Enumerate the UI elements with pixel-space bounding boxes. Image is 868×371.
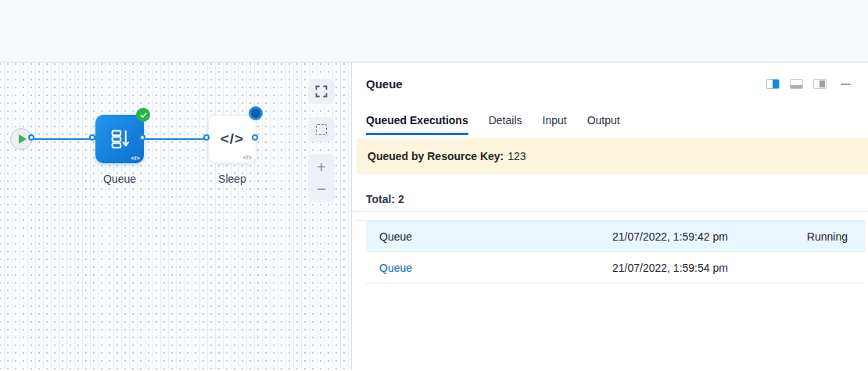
banner-value: 123 <box>508 150 525 162</box>
queue-output-port[interactable] <box>139 134 145 141</box>
execution-name-link[interactable]: Queue <box>379 262 612 274</box>
tab-details[interactable]: Details <box>489 114 522 135</box>
sleep-output-port[interactable] <box>252 134 258 141</box>
queue-icon <box>108 127 131 151</box>
execution-row[interactable]: Queue 21/07/2022, 1:59:42 pm Running <box>366 221 865 252</box>
panel-header: Queue <box>352 62 868 91</box>
panel-layout-controls <box>766 79 851 89</box>
select-area-button[interactable] <box>308 117 335 142</box>
total-count: Total: 2 <box>366 193 868 205</box>
node-label-sleep: Sleep <box>208 173 256 185</box>
workflow-canvas[interactable]: </> </> </> Queue Sleep <box>0 62 352 370</box>
zoom-out-button[interactable]: − <box>308 178 335 200</box>
execution-status: Running <box>746 230 848 243</box>
marquee-icon <box>316 124 327 135</box>
execution-panel: Queue Queued Executions Details Input Ou… <box>352 62 868 370</box>
execution-list: Queue 21/07/2022, 1:59:42 pm Running Que… <box>357 220 865 284</box>
resource-key-banner: Queued by Resource Key: 123 <box>357 138 868 174</box>
banner-label: Queued by Resource Key: <box>368 150 504 162</box>
canvas-toolbar: + − <box>308 79 335 202</box>
zoom-button-group: + − <box>308 154 335 202</box>
layout-right-icon[interactable] <box>813 79 827 89</box>
divider <box>352 211 868 212</box>
node-queue[interactable]: </> <box>95 115 144 163</box>
success-check-badge <box>136 108 150 122</box>
expand-icon <box>315 85 328 98</box>
queued-status-badge <box>249 106 263 120</box>
code-corner-icon: </> <box>131 155 140 162</box>
node-label-queue: Queue <box>95 173 144 185</box>
zoom-in-button[interactable]: + <box>308 156 335 178</box>
play-icon <box>19 134 27 144</box>
top-bar <box>0 0 868 62</box>
tab-queued-executions[interactable]: Queued Executions <box>366 114 468 135</box>
execution-name: Queue <box>379 230 612 243</box>
layout-bottom-icon[interactable] <box>790 79 803 89</box>
edge-start-to-queue <box>33 138 95 140</box>
panel-tabs: Queued Executions Details Input Output <box>366 114 868 135</box>
panel-title: Queue <box>366 77 403 91</box>
queue-input-port[interactable] <box>89 134 95 141</box>
execution-timestamp: 21/07/2022, 1:59:54 pm <box>612 262 746 274</box>
layout-split-left-icon[interactable] <box>766 79 780 89</box>
start-output-port[interactable] <box>28 134 34 141</box>
fit-view-button[interactable] <box>308 79 335 104</box>
code-icon: </> <box>221 130 244 148</box>
code-corner-icon: </> <box>242 154 252 161</box>
edge-queue-to-sleep <box>144 138 208 140</box>
sleep-input-port[interactable] <box>203 134 210 141</box>
minimize-icon[interactable] <box>841 84 851 85</box>
tab-input[interactable]: Input <box>543 114 567 135</box>
execution-row[interactable]: Queue 21/07/2022, 1:59:54 pm <box>366 252 865 284</box>
tab-output[interactable]: Output <box>587 114 620 135</box>
node-sleep[interactable]: </> </> <box>208 115 256 163</box>
execution-timestamp: 21/07/2022, 1:59:42 pm <box>612 230 746 243</box>
